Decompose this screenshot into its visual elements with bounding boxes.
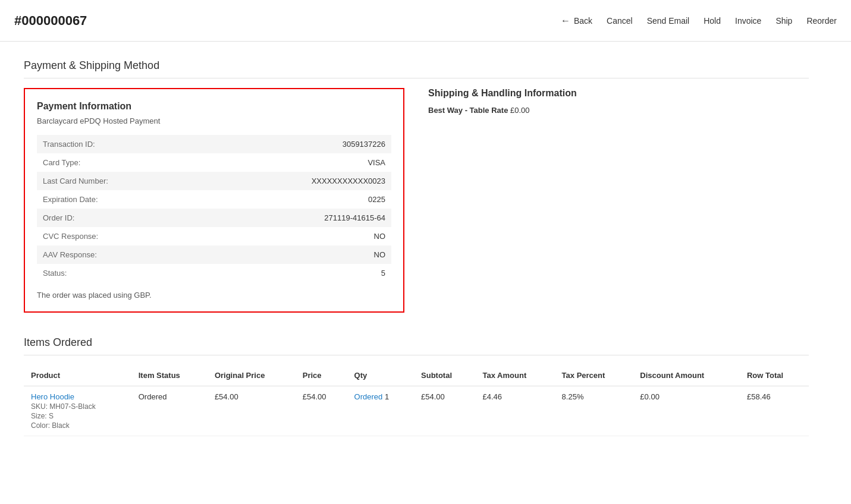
col-price: Price (296, 365, 347, 386)
payment-method-name: Barclaycard ePDQ Hosted Payment (37, 116, 391, 125)
cell-qty: Ordered 1 (347, 386, 414, 436)
col-tax-amount: Tax Amount (476, 365, 555, 386)
payment-shipping-title: Payment & Shipping Method (24, 59, 809, 78)
payment-info-title: Payment Information (37, 101, 391, 112)
col-subtotal: Subtotal (414, 365, 476, 386)
hold-button[interactable]: Hold (704, 14, 721, 28)
cvc-value: NO (374, 232, 386, 241)
payment-info-box: Payment Information Barclaycard ePDQ Hos… (24, 88, 404, 313)
reorder-button[interactable]: Reorder (806, 14, 837, 28)
transaction-id-value: 3059137226 (343, 140, 385, 149)
cell-discount-amount: £0.00 (633, 386, 740, 436)
items-ordered-title: Items Ordered (24, 336, 809, 355)
col-item-status: Item Status (131, 365, 208, 386)
payment-fields: Transaction ID: 3059137226 Card Type: VI… (37, 135, 391, 282)
col-original-price: Original Price (208, 365, 296, 386)
payment-row-order-id: Order ID: 271119-41615-64 (37, 209, 391, 227)
expiry-label: Expiration Date: (43, 195, 98, 204)
cell-tax-amount: £4.46 (476, 386, 555, 436)
cell-original-price: £54.00 (208, 386, 296, 436)
qty-ordered-value: 1 (385, 392, 389, 401)
shipping-info-title: Shipping & Handling Information (428, 88, 809, 99)
order-id-value: 271119-41615-64 (324, 213, 385, 222)
qty-ordered-label: Ordered (354, 392, 383, 401)
transaction-id-label: Transaction ID: (43, 140, 95, 149)
order-id: #000000067 (14, 13, 87, 29)
cvc-label: CVC Response: (43, 232, 98, 241)
payment-note: The order was placed using GBP. (37, 291, 391, 300)
payment-row-expiry: Expiration Date: 0225 (37, 190, 391, 209)
col-qty: Qty (347, 365, 414, 386)
table-row: Hero Hoodie SKU: MH07-S-Black Size: S Co… (24, 386, 809, 436)
invoice-label: Invoice (735, 16, 761, 26)
order-id-label: Order ID: (43, 213, 74, 222)
header-actions: ← Back Cancel Send Email Hold Invoice Sh… (561, 13, 837, 29)
shipping-rate-label: Best Way - Table Rate (428, 106, 508, 115)
payment-note-text: The order was placed using GBP. (37, 291, 152, 300)
expiry-value: 0225 (368, 195, 385, 204)
cell-price: £54.00 (296, 386, 347, 436)
product-sku: SKU: MH07-S-Black (31, 402, 124, 411)
cancel-button[interactable]: Cancel (607, 14, 633, 28)
payment-shipping-grid: Payment Information Barclaycard ePDQ Hos… (24, 88, 809, 313)
payment-row-aav: AAV Response: NO (37, 245, 391, 264)
product-name[interactable]: Hero Hoodie (31, 392, 124, 401)
product-size: Size: S (31, 412, 124, 420)
reorder-label: Reorder (806, 16, 837, 26)
col-product: Product (24, 365, 131, 386)
shipping-rate-value: £0.00 (510, 106, 530, 115)
payment-row-card-type: Card Type: VISA (37, 153, 391, 172)
payment-shipping-section: Payment & Shipping Method Payment Inform… (24, 59, 809, 313)
product-color: Color: Black (31, 421, 124, 430)
items-ordered-section: Items Ordered Product Item Status Origin… (24, 336, 809, 436)
ship-label: Ship (775, 16, 792, 26)
cell-product: Hero Hoodie SKU: MH07-S-Black Size: S Co… (24, 386, 131, 436)
card-number-value: XXXXXXXXXXX0023 (312, 177, 385, 185)
main-content: Payment & Shipping Method Payment Inform… (0, 42, 833, 454)
col-row-total: Row Total (740, 365, 809, 386)
status-value: 5 (381, 269, 385, 278)
payment-row-status: Status: 5 (37, 264, 391, 282)
aav-label: AAV Response: (43, 250, 97, 259)
table-header-row: Product Item Status Original Price Price… (24, 365, 809, 386)
card-number-label: Last Card Number: (43, 177, 108, 185)
ship-button[interactable]: Ship (775, 14, 792, 28)
shipping-info-box: Shipping & Handling Information Best Way… (428, 88, 809, 313)
back-button[interactable]: ← Back (561, 13, 592, 29)
aav-value: NO (374, 250, 386, 259)
cell-item-status: Ordered (131, 386, 208, 436)
payment-row-card-number: Last Card Number: XXXXXXXXXXX0023 (37, 172, 391, 190)
cell-subtotal: £54.00 (414, 386, 476, 436)
card-type-value: VISA (368, 158, 385, 167)
payment-row-transaction-id: Transaction ID: 3059137226 (37, 135, 391, 153)
cell-row-total: £58.46 (740, 386, 809, 436)
items-table: Product Item Status Original Price Price… (24, 365, 809, 436)
send-email-label: Send Email (647, 16, 690, 26)
page-header: #000000067 ← Back Cancel Send Email Hold… (0, 0, 851, 42)
payment-row-cvc: CVC Response: NO (37, 227, 391, 245)
card-type-label: Card Type: (43, 158, 80, 167)
invoice-button[interactable]: Invoice (735, 14, 761, 28)
send-email-button[interactable]: Send Email (647, 14, 690, 28)
col-tax-percent: Tax Percent (555, 365, 633, 386)
cell-tax-percent: 8.25% (555, 386, 633, 436)
back-arrow-icon: ← (561, 15, 570, 26)
cancel-label: Cancel (607, 16, 633, 26)
col-discount-amount: Discount Amount (633, 365, 740, 386)
shipping-rate: Best Way - Table Rate £0.00 (428, 106, 809, 115)
back-label: Back (574, 16, 592, 26)
hold-label: Hold (704, 16, 721, 26)
status-label: Status: (43, 269, 67, 278)
